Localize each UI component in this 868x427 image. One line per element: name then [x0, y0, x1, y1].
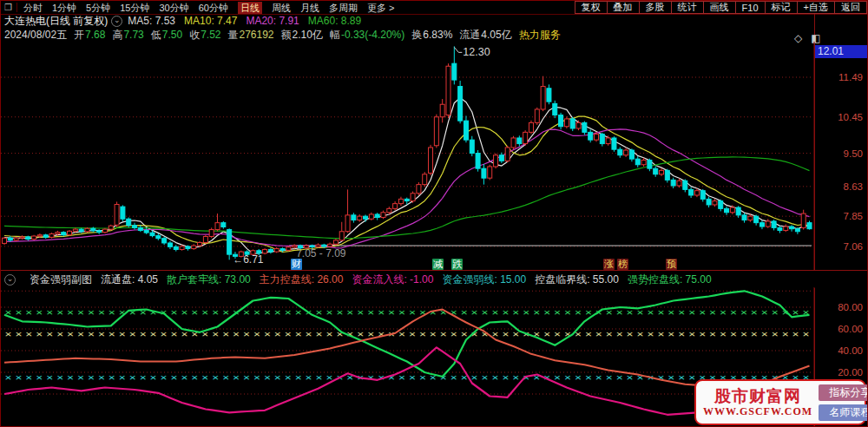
period-tab-2[interactable]: 5分钟 — [86, 2, 110, 14]
watermark: 股市财富网 WWW.GSCFW.COM 指标分享 名师课程 — [694, 379, 866, 425]
ma-label-1: MA10: 7.47 — [184, 15, 237, 27]
instrument-row: 大连热电(日线 前复权) ⌄ MA5: 7.53MA10: 7.47MA20: … — [1, 14, 812, 28]
quote-segment-13: 幅 — [330, 28, 340, 43]
event-marker-跌[interactable]: 跌 — [451, 259, 463, 270]
quote-segment-9: 量 — [228, 28, 239, 43]
indicator-label-5: 资金强弱线: 15.00 — [442, 273, 526, 287]
toolbar-button-7[interactable]: +自选 — [797, 1, 835, 14]
svg-text:12.30: 12.30 — [463, 46, 490, 58]
ma-label-2: MA20: 7.91 — [246, 15, 299, 27]
quote-segment-17: 流通 — [459, 28, 480, 43]
quote-segment-3: 高 — [112, 28, 122, 43]
indicator-panel-header: ⌄ 资金强弱副图流通盘: 4.05散户套牢线: 73.00主力控盘线: 26.0… — [1, 270, 867, 288]
indicator-label-2: 散户套牢线: 73.00 — [167, 273, 251, 287]
quote-segment-0: 2024/08/02五 — [4, 28, 67, 43]
svg-text:10.45: 10.45 — [838, 112, 863, 122]
svg-text:✕ ✕ ✕ ✕ ✕ ✕ ✕ ✕ ✕ ✕ ✕ ✕ ✕ ✕ ✕: ✕ ✕ ✕ ✕ ✕ ✕ ✕ ✕ ✕ ✕ ✕ ✕ ✕ ✕ ✕ ✕ ✕ ✕ ✕ ✕ … — [4, 331, 810, 338]
ma-label-0: MA5: 7.53 — [128, 15, 175, 27]
toolbar-button-2[interactable]: 多股 — [639, 1, 672, 14]
period-tab-7[interactable]: 周线 — [272, 2, 291, 14]
quote-segment-2: 7.68 — [85, 29, 105, 41]
period-tab-8[interactable]: 月线 — [300, 2, 319, 14]
quote-segment-5: 低 — [151, 28, 161, 43]
toolbar-actions: 复权叠加多股统计画线F10标记+自选返回 — [575, 1, 867, 14]
watermark-site-name: 股市财富网 — [714, 387, 801, 406]
quote-segment-16: 6.83% — [423, 29, 452, 41]
quote-segment-8: 7.52 — [201, 29, 220, 41]
top-toolbar: ❐ 分时1分钟5分钟15分钟30分钟60分钟日线周线月线多周期更多 > 复权叠加… — [1, 1, 867, 15]
svg-text:11.49: 11.49 — [838, 72, 863, 82]
period-tab-0[interactable]: 分时 — [23, 2, 43, 14]
indicator-label-6: 控盘临界线: 55.00 — [535, 273, 619, 287]
quote-segment-15: 换 — [411, 28, 422, 43]
period-tab-4[interactable]: 30分钟 — [159, 2, 188, 14]
ma-legend: MA5: 7.53MA10: 7.47MA20: 7.91MA60: 8.89 — [128, 15, 361, 27]
quote-segment-19: 热力服务 — [519, 28, 561, 43]
app-window: ❐ 分时1分钟5分钟15分钟30分钟60分钟日线周线月线多周期更多 > 复权叠加… — [0, 0, 868, 427]
watermark-badge-indicators: 指标分享 — [819, 384, 868, 401]
event-marker-榜[interactable]: 榜 — [617, 259, 628, 270]
toolbar-button-3[interactable]: 统计 — [671, 1, 704, 14]
instrument-title: 大连热电(日线 前复权) — [4, 14, 108, 29]
period-tab-5[interactable]: 60分钟 — [199, 2, 228, 14]
period-tab-9[interactable]: 多周期 — [329, 2, 358, 14]
chevron-down-icon[interactable]: ⌄ — [111, 16, 122, 27]
quote-row: 2024/08/02五开7.68高7.73低7.50收7.52量276192额2… — [1, 28, 816, 42]
toolbar-button-6[interactable]: 标记 — [765, 1, 798, 14]
svg-text:40.00: 40.00 — [838, 345, 863, 356]
svg-text:8.63: 8.63 — [844, 181, 863, 192]
toolbar-button-4[interactable]: 画线 — [703, 1, 736, 14]
quote-segment-6: 7.50 — [162, 29, 182, 41]
period-tab-6[interactable]: 日线 — [238, 2, 262, 14]
panel-chevron-down-icon[interactable]: ⌄ — [4, 274, 16, 286]
period-tab-10[interactable]: 更多 > — [367, 2, 394, 14]
svg-text:✕ ✕ ✕ ✕ ✕ ✕ ✕ ✕ ✕ ✕ ✕ ✕ ✕ ✕ ✕: ✕ ✕ ✕ ✕ ✕ ✕ ✕ ✕ ✕ ✕ ✕ ✕ ✕ ✕ ✕ ✕ ✕ ✕ ✕ ✕ … — [4, 374, 810, 382]
indicator-label-1: 流通盘: 4.05 — [101, 273, 158, 287]
toolbar-divider — [16, 3, 17, 12]
period-tabs: 分时1分钟5分钟15分钟30分钟60分钟日线周线月线多周期更多 > — [23, 2, 394, 14]
quote-segment-18: 4.05亿 — [481, 28, 511, 43]
quote-segment-11: 额 — [281, 28, 292, 43]
indicator-label-7: 强势控盘线: 75.00 — [628, 273, 712, 287]
watermark-site-url: WWW.GSCFW.COM — [703, 406, 812, 418]
period-tab-1[interactable]: 1分钟 — [52, 2, 76, 14]
quote-segment-7: 收 — [189, 28, 200, 43]
svg-text:60.00: 60.00 — [838, 324, 863, 334]
ma-label-3: MA60: 8.89 — [308, 15, 361, 27]
quote-segment-14: -0.33(-4.20%) — [341, 29, 404, 41]
event-marker-预[interactable]: 预 — [666, 259, 677, 270]
svg-text:7.85: 7.85 — [844, 211, 863, 221]
quote-segment-12: 2.10亿 — [293, 28, 323, 43]
event-marker-涨[interactable]: 涨 — [603, 259, 615, 270]
event-marker-减[interactable]: 减 — [432, 259, 444, 270]
watermark-badge-courses: 名师课程 — [819, 404, 868, 421]
svg-text:20.00: 20.00 — [838, 367, 863, 378]
toolbar-button-5[interactable]: F10 — [735, 1, 766, 14]
period-tab-3[interactable]: 15分钟 — [120, 2, 149, 14]
svg-text:←6.71: ←6.71 — [233, 253, 264, 266]
svg-text:7.06: 7.06 — [844, 241, 863, 252]
quote-segment-1: 开 — [74, 28, 84, 43]
toolbar-button-1[interactable]: 叠加 — [607, 1, 640, 14]
main-candlestick-chart[interactable]: 11.4910.459.508.637.857.067.05 - 7.0912.… — [1, 42, 868, 270]
window-icon[interactable]: ❐ — [4, 3, 12, 12]
svg-text:80.00: 80.00 — [838, 302, 863, 312]
quote-segment-4: 7.73 — [123, 29, 143, 41]
toolbar-button-8[interactable]: 返回 — [834, 1, 867, 14]
event-marker-财[interactable]: 财 — [291, 259, 302, 270]
indicator-label-3: 主力控盘线: 26.00 — [260, 273, 344, 287]
toolbar-button-0[interactable]: 复权 — [575, 1, 608, 14]
indicator-label-0: 资金强弱副图 — [30, 273, 92, 287]
indicator-label-4: 资金流入线: -1.00 — [352, 273, 433, 287]
quote-segment-10: 276192 — [240, 29, 274, 41]
svg-text:9.50: 9.50 — [844, 148, 863, 159]
